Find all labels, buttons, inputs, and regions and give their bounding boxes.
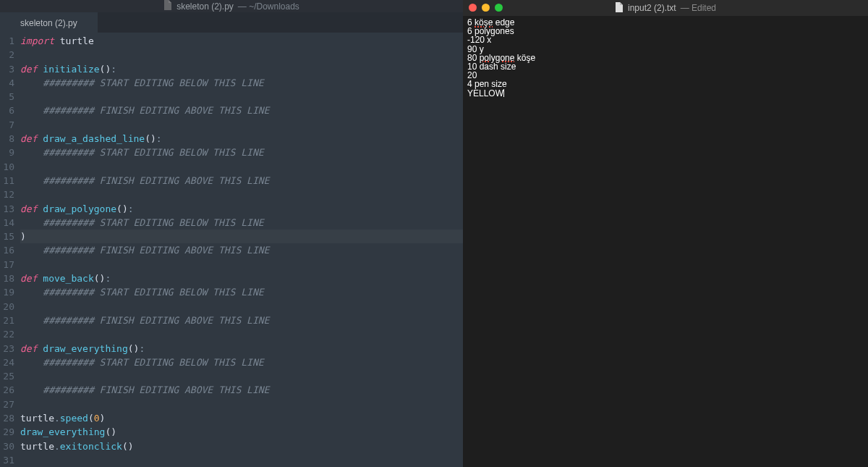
text-line[interactable]: 20 [467, 71, 864, 80]
code-area[interactable]: 1234567891011121314151617181920212223242… [0, 33, 463, 467]
code-line[interactable]: ) [20, 230, 463, 243]
text-line[interactable]: 6 polygones [467, 27, 864, 35]
tab-active[interactable]: skeleton (2).py [0, 12, 98, 33]
code-line[interactable]: def draw_everything(): [20, 342, 463, 355]
minimize-icon[interactable] [482, 4, 490, 12]
code-line[interactable] [20, 48, 463, 62]
code-content[interactable]: import turtle def initialize(): ########… [20, 33, 463, 467]
code-line[interactable]: ######### FINISH EDITING ABOVE THIS LINE [20, 383, 463, 397]
textedit-titlebar: input2 (2).txt — Edited [463, 0, 868, 16]
text-line[interactable]: -120 x [467, 35, 864, 44]
code-line[interactable] [20, 327, 463, 341]
textedit-title-status: — Edited [681, 3, 716, 13]
text-cursor [503, 89, 504, 97]
code-line[interactable] [20, 160, 463, 174]
close-icon[interactable] [469, 4, 477, 12]
text-line[interactable]: 10 dash size [467, 62, 864, 71]
code-line[interactable]: ######### FINISH EDITING ABOVE THIS LINE [20, 243, 463, 257]
document-icon [615, 2, 624, 14]
code-line[interactable]: ######### START EDITING BELOW THIS LINE [20, 76, 463, 90]
code-line[interactable]: ######### FINISH EDITING ABOVE THIS LINE [20, 314, 463, 327]
text-line[interactable]: 4 pen size [467, 80, 864, 88]
code-line[interactable]: import turtle [20, 34, 463, 48]
code-line[interactable]: def initialize(): [20, 62, 463, 76]
textedit-window: input2 (2).txt — Edited 6 köşe edge6 pol… [463, 0, 868, 467]
code-line[interactable]: ######### START EDITING BELOW THIS LINE [20, 285, 463, 299]
textedit-content[interactable]: 6 köşe edge6 polygones-120 x90 y80 polyg… [463, 16, 868, 467]
tab-strip: skeleton (2).py [0, 12, 463, 33]
editor-titlebar: skeleton (2).py — ~/Downloads [0, 0, 463, 12]
code-line[interactable]: def draw_a_dashed_line(): [20, 132, 463, 146]
code-line[interactable]: ######### START EDITING BELOW THIS LINE [20, 216, 463, 230]
editor-title-path: — ~/Downloads [238, 1, 299, 12]
code-line[interactable] [20, 369, 463, 383]
code-line[interactable]: ######### START EDITING BELOW THIS LINE [20, 355, 463, 369]
code-editor-window: skeleton (2).py — ~/Downloads skeleton (… [0, 0, 463, 467]
text-line[interactable]: 90 y [467, 45, 864, 54]
code-line[interactable]: turtle.speed(0) [20, 411, 463, 425]
textedit-title-file: input2 (2).txt [628, 3, 676, 13]
document-icon [163, 0, 172, 12]
code-line[interactable]: turtle.exitonclick() [20, 439, 463, 453]
code-line[interactable]: def draw_polygone(): [20, 202, 463, 216]
line-gutter: 1234567891011121314151617181920212223242… [0, 33, 20, 467]
code-line[interactable] [20, 300, 463, 314]
text-line[interactable]: YELLOW [467, 89, 864, 98]
text-line[interactable]: 6 köşe edge [467, 18, 864, 27]
code-line[interactable] [20, 188, 463, 201]
editor-title-file: skeleton (2).py [176, 1, 234, 12]
text-line[interactable]: 80 polygone köşe [467, 54, 864, 62]
code-line[interactable]: ######### START EDITING BELOW THIS LINE [20, 146, 463, 159]
code-line[interactable]: ######### FINISH EDITING ABOVE THIS LINE [20, 104, 463, 117]
code-line[interactable] [20, 118, 463, 132]
window-controls [469, 4, 503, 12]
code-line[interactable] [20, 258, 463, 272]
code-line[interactable] [20, 453, 463, 467]
code-line[interactable] [20, 90, 463, 104]
code-line[interactable] [20, 397, 463, 411]
code-line[interactable]: ######### FINISH EDITING ABOVE THIS LINE [20, 174, 463, 188]
code-line[interactable]: def move_back(): [20, 272, 463, 285]
code-line[interactable]: draw_everything() [20, 425, 463, 439]
maximize-icon[interactable] [495, 4, 503, 12]
